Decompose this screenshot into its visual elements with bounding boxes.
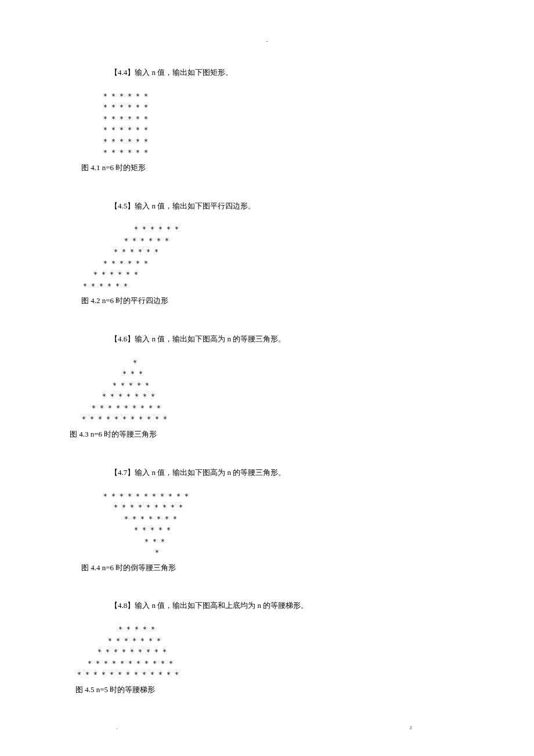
caption-4-1: 图 4.1 n=6 时的矩形 (81, 162, 499, 174)
shape-parallelogram: ＊＊＊＊＊＊ ＊＊＊＊＊＊ ＊＊＊＊＊＊ ＊＊＊＊＊＊ ＊＊＊＊＊＊ ＊＊＊＊＊… (81, 224, 499, 291)
shape-triangle: ＊ ＊＊＊ ＊＊＊＊＊ ＊＊＊＊＊＊＊ ＊＊＊＊＊＊＊＊＊ ＊＊＊＊＊＊＊＊＊＊… (70, 357, 499, 425)
footer-left: . (116, 724, 118, 730)
header-mark: - (266, 38, 268, 44)
shape-rectangle: ＊＊＊＊＊＊ ＊＊＊＊＊＊ ＊＊＊＊＊＊ ＊＊＊＊＊＊ ＊＊＊＊＊＊ ＊＊＊＊＊… (81, 91, 499, 159)
caption-4-2: 图 4.2 n=6 时的平行四边形 (81, 295, 499, 307)
caption-4-3: 图 4.3 n=6 时的等腰三角形 (70, 429, 499, 441)
problem-title-4-5: 【4.5】输入 n 值，输出如下图平行四边形。 (110, 200, 499, 213)
problem-title-4-8: 【4.8】输入 n 值，输出如下图高和上底均为 n 的等腰梯形。 (110, 600, 499, 612)
caption-4-5: 图 4.5 n=5 时的等腰梯形 (75, 684, 499, 696)
caption-4-4: 图 4.4 n=6 时的倒等腰三角形 (81, 562, 499, 574)
footer-right: z (410, 724, 412, 730)
problem-title-4-7: 【4.7】输入 n 值，输出如下图高为 n 的等腰三角形。 (110, 467, 499, 479)
shape-inverted-triangle: ＊＊＊＊＊＊＊＊＊＊＊ ＊＊＊＊＊＊＊＊＊ ＊＊＊＊＊＊＊ ＊＊＊＊＊ ＊＊＊ … (81, 491, 499, 559)
shape-trapezoid: ＊＊＊＊＊ ＊＊＊＊＊＊＊ ＊＊＊＊＊＊＊＊＊ ＊＊＊＊＊＊＊＊＊＊＊ ＊＊＊＊… (75, 624, 499, 681)
problem-title-4-4: 【4.4】输入 n 值，输出如下图矩形。 (110, 67, 499, 79)
problem-title-4-6: 【4.6】输入 n 值，输出如下图高为 n 的等腰三角形。 (110, 333, 499, 345)
